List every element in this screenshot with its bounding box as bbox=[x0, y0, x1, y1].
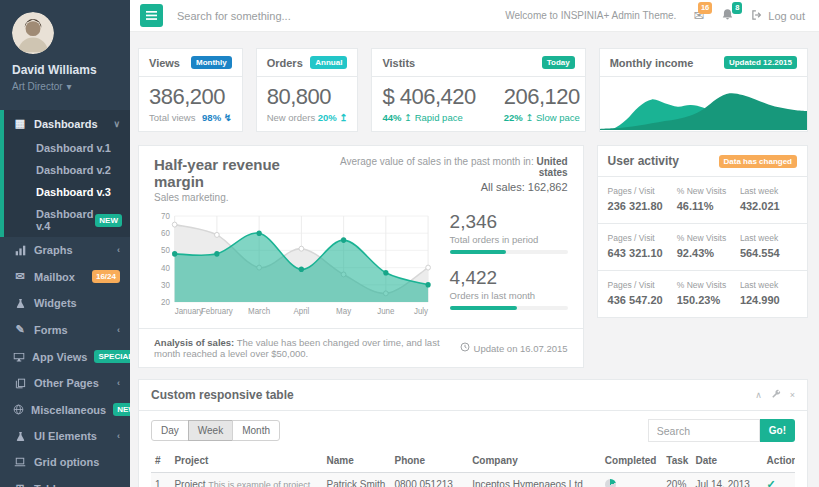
sidebar-item-label: Widgets bbox=[34, 297, 77, 309]
globe-icon bbox=[13, 404, 24, 415]
column-header-company[interactable]: Company bbox=[468, 449, 601, 473]
cell-name: Patrick Smith bbox=[323, 473, 391, 487]
sidebar-item-label: Dashboard v.4 bbox=[36, 208, 95, 232]
activity-value: 46.11% bbox=[677, 200, 740, 212]
activity-label: % New Visits bbox=[677, 280, 740, 290]
activity-value: 236 321.80 bbox=[608, 200, 677, 212]
income-card: Monthly incomeUpdated 12.2015 bbox=[599, 48, 808, 132]
chevron-left-icon: ‹ bbox=[117, 378, 120, 388]
views-value: 386,200 bbox=[149, 84, 232, 110]
svg-text:40: 40 bbox=[161, 263, 170, 272]
svg-text:April: April bbox=[293, 307, 309, 316]
visits-secondary-value: 206,120 bbox=[504, 84, 580, 110]
card-title: Views bbox=[149, 57, 180, 69]
profile-role-dropdown[interactable]: Art Director▾ bbox=[12, 81, 122, 92]
welcome-text: Welcome to INSPINIA+ Admin Theme. bbox=[505, 10, 676, 21]
chevron-left-icon: ‹ bbox=[117, 484, 120, 487]
sidebar-item-label: Dashboard v.3 bbox=[36, 186, 111, 198]
column-header-date[interactable]: Date bbox=[691, 449, 762, 473]
level-up-icon: ↥ bbox=[339, 112, 347, 123]
activity-cell: Pages / Visit643 321.10 bbox=[608, 233, 677, 259]
visits-secondary: 206,120 22% ↥ Slow pace bbox=[504, 84, 580, 123]
sidebar-item-label: App Views bbox=[32, 351, 87, 363]
activity-value: 124.990 bbox=[740, 294, 797, 306]
column-header-project[interactable]: Project bbox=[170, 449, 322, 473]
sidebar-item-grid-options[interactable]: Grid options bbox=[0, 449, 130, 475]
orders-period-progress bbox=[450, 250, 568, 254]
sidebar-item-label: Dashboards bbox=[34, 118, 98, 130]
panel-tools: ∧ × bbox=[755, 389, 795, 401]
activity-cell: Last week564.554 bbox=[740, 233, 797, 259]
sidebar-item-other-pages[interactable]: Other Pages‹ bbox=[0, 370, 130, 396]
chevron-down-icon: ∨ bbox=[113, 119, 120, 129]
activity-label: Pages / Visit bbox=[608, 280, 677, 290]
orders-value: 80,800 bbox=[267, 84, 348, 110]
revenue-chart-area: 203040506070JanuaryFebruaryMarchAprilMay… bbox=[154, 211, 436, 323]
files-icon bbox=[13, 378, 27, 389]
column-header-name[interactable]: Name bbox=[323, 449, 391, 473]
stats-row: ViewsMonthly 386,200 Total views98% ↯ Or… bbox=[138, 48, 808, 132]
table-row[interactable]: 1Project This is example of projectPatri… bbox=[151, 473, 795, 487]
svg-text:60: 60 bbox=[161, 229, 170, 238]
range-tab-month[interactable]: Month bbox=[232, 420, 280, 441]
column-header--[interactable]: # bbox=[151, 449, 170, 473]
avatar[interactable] bbox=[12, 12, 54, 54]
range-tab-day[interactable]: Day bbox=[151, 420, 189, 441]
projects-table: #ProjectNamePhoneCompanyCompletedTaskDat… bbox=[151, 449, 795, 487]
activity-value: 432.021 bbox=[740, 200, 797, 212]
logout-button[interactable]: Log out bbox=[751, 9, 805, 23]
range-tab-week[interactable]: Week bbox=[188, 420, 233, 441]
close-icon[interactable]: × bbox=[790, 390, 795, 400]
go-button[interactable]: Go! bbox=[760, 419, 795, 442]
wrench-icon[interactable] bbox=[771, 389, 781, 401]
project-note: This is example of project bbox=[208, 480, 310, 487]
collapse-icon[interactable]: ∧ bbox=[755, 390, 762, 400]
sidebar-item-dashboard-v-4[interactable]: Dashboard v.4NEW bbox=[4, 203, 130, 237]
activity-cell: % New Visits46.11% bbox=[677, 186, 740, 212]
sidebar-item-ui-elements[interactable]: UI Elements‹ bbox=[0, 423, 130, 449]
sidebar-item-dashboard-v-1[interactable]: Dashboard v.1 bbox=[4, 137, 130, 159]
visits-primary-pace: 44% ↥ Rapid pace bbox=[382, 112, 475, 123]
sidebar-item-tables[interactable]: ⊞Tables‹ bbox=[0, 475, 130, 487]
envelope-icon: ✉ bbox=[13, 270, 27, 283]
activity-label: Pages / Visit bbox=[608, 233, 677, 243]
sidebar-item-label: Forms bbox=[34, 324, 68, 336]
sidebar-item-widgets[interactable]: Widgets bbox=[0, 290, 130, 316]
sidebar-item-dashboard-v-3[interactable]: Dashboard v.3 bbox=[4, 181, 130, 203]
all-sales: All sales: 162,862 bbox=[323, 181, 567, 193]
table-search-input[interactable] bbox=[648, 419, 760, 442]
activity-label: % New Visits bbox=[677, 186, 740, 196]
th-large-icon: ▦ bbox=[13, 117, 27, 130]
sidebar-item-dashboards[interactable]: ▦Dashboards∨ bbox=[4, 110, 130, 137]
visits-primary: $ 406,420 44% ↥ Rapid pace bbox=[382, 84, 475, 123]
topbar-right: Welcome to INSPINIA+ Admin Theme. ✉16 8 … bbox=[505, 8, 805, 23]
update-info: Update on 16.07.2015 bbox=[460, 337, 568, 359]
sidebar-item-app-views[interactable]: App ViewsSPECIAL bbox=[0, 343, 130, 370]
sidebar-item-dashboard-v-2[interactable]: Dashboard v.2 bbox=[4, 159, 130, 181]
table-panel: Custom responsive table ∧ × DayWeekMonth… bbox=[138, 379, 808, 487]
chevron-left-icon: ‹ bbox=[117, 431, 120, 441]
pencil-icon: ✎ bbox=[13, 323, 27, 336]
search-input[interactable] bbox=[177, 10, 505, 22]
activity-value: 92.43% bbox=[677, 247, 740, 259]
activity-cell: Last week124.990 bbox=[740, 280, 797, 306]
activity-cell: % New Visits92.43% bbox=[677, 233, 740, 259]
data-changed-badge: Data has changed bbox=[719, 155, 797, 168]
messages-button[interactable]: ✉16 bbox=[693, 8, 704, 23]
activity-value: 643 321.10 bbox=[608, 247, 677, 259]
check-icon[interactable]: ✓ bbox=[767, 478, 776, 487]
menu-toggle-button[interactable] bbox=[140, 4, 163, 27]
sidebar-item-graphs[interactable]: Graphs‹ bbox=[0, 237, 130, 263]
column-header-completed[interactable]: Completed bbox=[601, 449, 662, 473]
column-header-action[interactable]: Action bbox=[763, 449, 795, 473]
column-header-task[interactable]: Task bbox=[662, 449, 691, 473]
sidebar-item-label: Mailbox bbox=[34, 271, 75, 283]
orders-month-label: Orders in last month bbox=[450, 290, 568, 301]
sidebar-item-forms[interactable]: ✎Forms‹ bbox=[0, 316, 130, 343]
svg-text:January: January bbox=[175, 307, 204, 316]
column-header-phone[interactable]: Phone bbox=[390, 449, 468, 473]
notifications-button[interactable]: 8 bbox=[721, 8, 734, 23]
sidebar-item-mailbox[interactable]: ✉Mailbox16/24 bbox=[0, 263, 130, 290]
sidebar-item-label: Dashboard v.1 bbox=[36, 142, 111, 154]
sidebar-item-miscellaneous[interactable]: MiscellaneousNEW bbox=[0, 396, 130, 423]
